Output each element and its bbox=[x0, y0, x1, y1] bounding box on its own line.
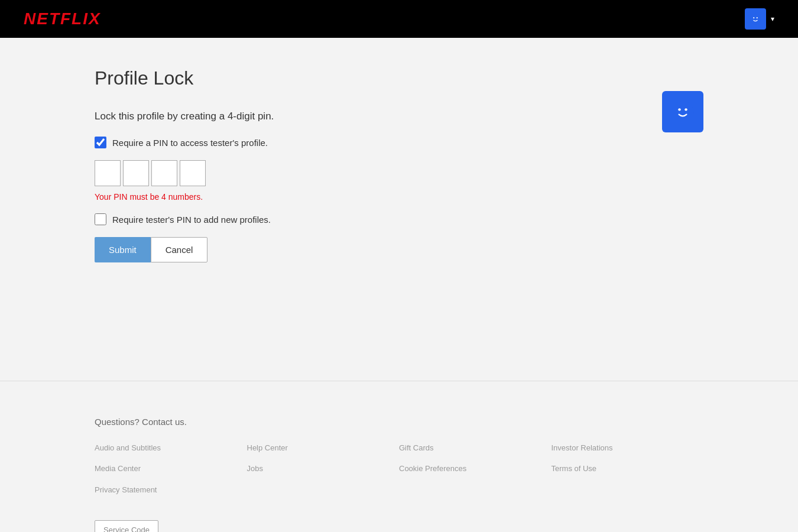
footer-link-giftcards[interactable]: Gift Cards bbox=[399, 441, 552, 455]
footer-link-cookie[interactable]: Cookie Preferences bbox=[399, 462, 552, 475]
page-subtitle: Lock this profile by creating a 4-digit … bbox=[95, 111, 703, 122]
dropdown-arrow[interactable]: ▾ bbox=[771, 15, 774, 23]
footer-link-investor[interactable]: Investor Relations bbox=[552, 441, 704, 455]
smiley-icon bbox=[749, 12, 762, 25]
add-profiles-label: Require tester's PIN to add new profiles… bbox=[112, 215, 271, 225]
header-right: ▾ bbox=[745, 8, 774, 30]
pin-digit-4[interactable] bbox=[180, 160, 206, 186]
pin-error-message: Your PIN must be 4 numbers. bbox=[95, 192, 703, 202]
svg-point-0 bbox=[750, 14, 761, 24]
svg-point-1 bbox=[753, 17, 754, 18]
footer-contact: Questions? Contact us. bbox=[95, 417, 703, 427]
footer-divider bbox=[0, 381, 798, 381]
pin-access-label: Require a PIN to access tester's profile… bbox=[112, 138, 268, 148]
add-profiles-checkbox-row: Require tester's PIN to add new profiles… bbox=[95, 213, 703, 225]
footer-link-media[interactable]: Media Center bbox=[95, 462, 247, 475]
main-content: Profile Lock Lock this profile by creati… bbox=[0, 38, 798, 381]
page-title: Profile Lock bbox=[95, 67, 703, 89]
svg-point-3 bbox=[672, 101, 694, 123]
avatar[interactable] bbox=[745, 8, 766, 30]
pin-access-checkbox[interactable] bbox=[95, 137, 106, 148]
footer-link-jobs[interactable]: Jobs bbox=[247, 462, 400, 475]
profile-smiley-icon bbox=[670, 99, 696, 125]
submit-button[interactable]: Submit bbox=[95, 237, 151, 262]
page-wrapper: Profile Lock Lock this profile by creati… bbox=[0, 38, 798, 532]
pin-access-checkbox-row: Require a PIN to access tester's profile… bbox=[95, 137, 703, 148]
svg-point-4 bbox=[678, 108, 680, 111]
svg-point-5 bbox=[685, 108, 687, 111]
footer-links: Audio and Subtitles Help Center Gift Car… bbox=[95, 441, 703, 497]
pin-input-row bbox=[95, 160, 703, 186]
footer-link-audio[interactable]: Audio and Subtitles bbox=[95, 441, 247, 455]
add-profiles-checkbox[interactable] bbox=[95, 213, 106, 225]
header: NETFLIX ▾ bbox=[0, 0, 798, 38]
footer-link-help[interactable]: Help Center bbox=[247, 441, 400, 455]
button-row: Submit Cancel bbox=[95, 237, 703, 262]
pin-digit-3[interactable] bbox=[151, 160, 177, 186]
netflix-logo: NETFLIX bbox=[24, 9, 101, 28]
footer-link-terms[interactable]: Terms of Use bbox=[552, 462, 704, 475]
profile-avatar-corner bbox=[662, 91, 703, 132]
pin-digit-1[interactable] bbox=[95, 160, 121, 186]
svg-point-2 bbox=[757, 17, 758, 18]
footer: Questions? Contact us. Audio and Subtitl… bbox=[0, 399, 798, 532]
cancel-button[interactable]: Cancel bbox=[151, 237, 208, 262]
contact-link[interactable]: Contact us. bbox=[142, 417, 187, 427]
service-code-button[interactable]: Service Code bbox=[95, 520, 158, 532]
footer-link-privacy[interactable]: Privacy Statement bbox=[95, 483, 247, 497]
pin-digit-2[interactable] bbox=[123, 160, 149, 186]
